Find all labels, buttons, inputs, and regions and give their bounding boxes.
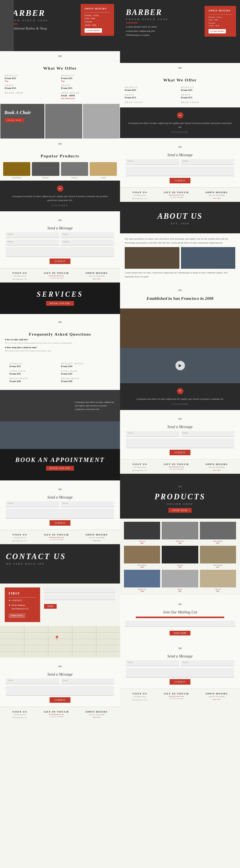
services-book-btn[interactable]: BOOK ONLINE (46, 301, 74, 306)
contact-directions-btn[interactable]: DIRECTIONS (9, 613, 25, 618)
c-submit-btn[interactable]: SUBMIT (50, 697, 70, 703)
s-more-info-link[interactable]: more info (86, 539, 108, 541)
home-quote-section: ✂ Consequat urna dolor sit amet, adipisc… (0, 181, 120, 211)
s-message-textarea[interactable] (6, 509, 114, 519)
product-img-1 (3, 162, 30, 176)
map-line-v1 (24, 626, 24, 657)
p-name[interactable]: Name (126, 660, 179, 666)
s-open-hours: Open Hours Mon-Fri 9AM-8PM more info (86, 533, 108, 542)
r-msg[interactable] (126, 166, 234, 176)
open-hours-text: Monday - Friday9AM - 8PMSaturday10AM - 6… (85, 14, 110, 27)
s-name-field[interactable]: Name (6, 501, 59, 507)
established-title: Established in San Francisco in 2008 (125, 296, 235, 301)
c-message-textarea[interactable] (6, 686, 114, 696)
s-email-field[interactable]: Email (61, 501, 114, 507)
products-subtitle: Online Shop (126, 502, 234, 506)
s-offer-2: Budget Shave From $10 (61, 362, 111, 368)
learn-more-btn-r[interactable]: LEARN MORE (209, 29, 226, 33)
about-quote-text: Consequat urna dolor sit amet, adipiscin… (128, 397, 232, 401)
rh-more[interactable]: more info (206, 197, 228, 199)
products-grid: Scissors $45 Brush Set $28 Shaving Kit $… (120, 519, 240, 595)
barber-img-3 (83, 104, 120, 139)
about-send-message: ✂ Send a Message Name Email SUBMIT (120, 410, 240, 459)
offer-title-r: What We Offer (120, 74, 240, 84)
services-offer: Haircut From $25 Budget Shave From $10 L… (0, 357, 120, 390)
book-chair-btn[interactable]: BOOK NOW (4, 118, 24, 122)
about-images (125, 247, 235, 269)
c-more-info-link[interactable]: more info (86, 716, 108, 718)
faq-section: ✂ Frequently Asked Questions ● Do we tak… (0, 314, 120, 357)
message-textarea[interactable] (6, 247, 114, 257)
s-offer-1: Haircut From $25 (9, 362, 59, 368)
a-name[interactable]: Name (126, 431, 179, 437)
pr-more[interactable]: more info (206, 698, 228, 700)
contact-email[interactable] (44, 595, 115, 600)
barber-img-2 (45, 104, 82, 139)
a-email[interactable]: Email (181, 431, 234, 437)
contact-name[interactable] (44, 587, 115, 593)
map-line-h2 (0, 639, 120, 639)
book-a-chair-section: Book A Chair BOOK NOW (0, 103, 120, 139)
quote-badge-r: ✂ (177, 112, 183, 118)
s-offer-5: Head Shave From $20 (9, 377, 59, 383)
pg-img-9 (200, 570, 236, 587)
map-section: 📍 (0, 626, 120, 657)
products-hero: ✂ PRODUCTS Online Shop SHOP NOW (120, 474, 240, 519)
s-offer-4: Long Hair From $35 (61, 370, 111, 375)
pg-item-8: Razor $55 (162, 570, 198, 592)
phone-field[interactable]: Phone (6, 240, 59, 246)
s-offer-3: Long Hair From $35 (9, 370, 59, 375)
home-footer: Visit Us 123 Main Street San Francisco, … (0, 268, 120, 283)
scissors-r-1: ✂ (120, 63, 240, 74)
r-email[interactable]: Email (181, 159, 234, 165)
submit-btn[interactable]: SUBMIT (50, 259, 70, 264)
visit-us-label: Visit Us (12, 271, 27, 275)
a-submit[interactable]: SUBMIT (170, 450, 190, 455)
pg-img-5 (162, 546, 198, 563)
quote-text: Consequat urna dolor sit amet, adipiscin… (8, 195, 112, 202)
about-video: ▶ (120, 348, 240, 383)
c-name-field[interactable]: Name (6, 678, 59, 684)
products-shop-btn[interactable]: SHOP NOW (168, 508, 192, 513)
p-submit[interactable]: SUBMIT (170, 679, 190, 685)
name-field[interactable]: Name (6, 232, 59, 238)
r-offer-2: Haircut From $25 (181, 86, 235, 92)
quote-dark-r: ✂ Consequat urna dolor sit amet, adipisc… (120, 107, 240, 138)
r-submit[interactable]: SUBMIT (170, 178, 190, 183)
mailing-subscribe-btn[interactable]: SUBSCRIBE (170, 631, 190, 635)
a-msg[interactable] (126, 438, 234, 448)
p-msg[interactable] (126, 668, 234, 678)
products-title: PRODUCTS (126, 492, 234, 501)
pg-img-1 (124, 522, 160, 539)
appointment-btn[interactable]: BOOK ONLINE (46, 466, 74, 471)
learn-more-btn[interactable]: LEARN MORE (85, 28, 102, 33)
contact-submit-btn[interactable]: SEND (44, 604, 57, 609)
get-in-touch-group: Get In Touch barber@email.com +1 (555) 1… (44, 271, 69, 281)
product-3: Scissors (61, 162, 88, 179)
email-field[interactable]: Email (61, 232, 114, 238)
subject-field[interactable]: Subject (61, 240, 114, 246)
c-open-hours: Open Hours Mon-Fri 9AM-8PM more info (86, 710, 108, 719)
c-get-in-touch: Get In Touch barber@email.com +1 (555) 1… (44, 710, 69, 719)
r-offer-5: Head Shave (125, 101, 179, 103)
p-email[interactable]: Email (181, 660, 234, 666)
map-pin: 📍 (54, 635, 60, 641)
scissors-products: ✂ (126, 482, 234, 492)
pg-item-5: Pomade $22 (162, 546, 198, 568)
r-name[interactable]: Name (126, 159, 179, 165)
s-submit-btn[interactable]: SUBMIT (50, 520, 70, 526)
open-hours-box-r: OPEN HOURS Monday - Friday9AM - 8PMSatur… (205, 6, 236, 37)
services-title: SERVICES (6, 290, 114, 299)
ab-more[interactable]: more info (206, 469, 228, 471)
video-play-btn[interactable]: ▶ (175, 361, 185, 370)
contact-send-message: ✂ Send a Message Name Email SUBMIT (0, 657, 120, 707)
r-offer-4: Shave From $15 (181, 94, 235, 99)
c-email-field[interactable]: Email (61, 678, 114, 684)
about-footer: Visit Us 123 Main Street San Francisco, … (120, 459, 240, 474)
more-info-link[interactable]: more info (86, 278, 108, 280)
mailing-email-input[interactable] (125, 621, 235, 627)
barber-img-1: Book A Chair BOOK NOW (0, 104, 44, 139)
pr-hours: Open Hours Mon-Fri 9AM-8PM more info (206, 692, 228, 701)
scissors-icon-4: ✂ (5, 317, 115, 328)
what-we-offer-title: What We Offer (0, 62, 120, 72)
